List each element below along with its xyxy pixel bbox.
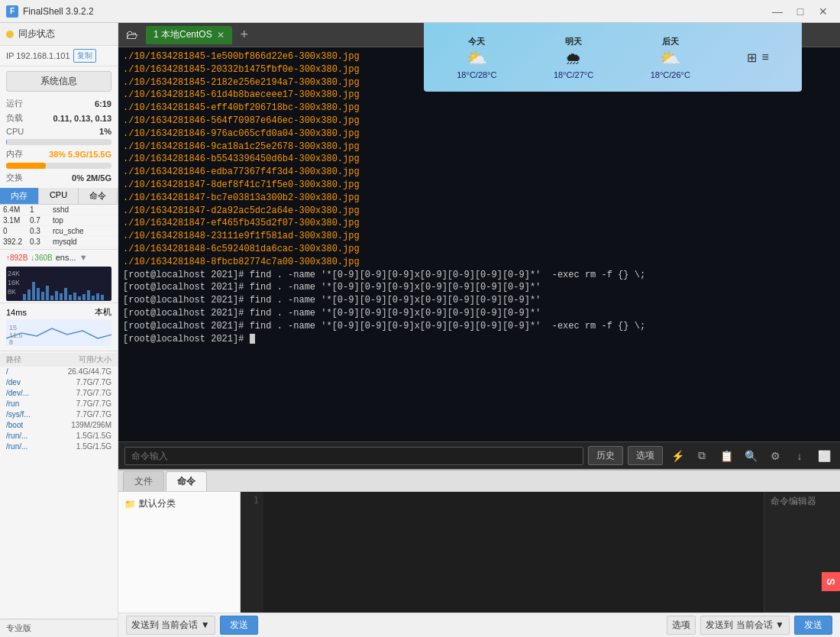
download-icon-button[interactable]: ↓ <box>790 446 809 466</box>
process-tabs: 内存 CPU 命令 <box>0 188 118 205</box>
copy-button[interactable]: 复制 <box>73 49 96 63</box>
disk-col-avail: 可用/大小 <box>79 354 111 365</box>
bolt-icon-button[interactable]: ⚡ <box>667 446 687 466</box>
latency-section: 14ms 本机 15 11.5 8 <box>0 302 118 351</box>
tab-files[interactable]: 文件 <box>123 471 164 491</box>
terminal-line: ./10/1634281846-564f70987e646ec-300x380.… <box>123 115 835 128</box>
ip-text: IP 192.168.1.101 <box>6 51 70 60</box>
editor-content[interactable] <box>263 492 764 613</box>
terminal-line: ./10/1634281847-d2a92ac5dc2a64e-300x380.… <box>123 205 835 218</box>
disk-row: /boot 139M/296M <box>0 420 118 431</box>
disk-avail: 7.7G/7.7G <box>76 389 111 397</box>
tab-cpu[interactable]: CPU <box>39 188 78 204</box>
load-stat: 负载 0.11, 0.13, 0.13 <box>0 111 118 125</box>
command-bar: 历史 选项 ⚡ ⧉ 📋 🔍 ⚙ ↓ ⬜ <box>118 441 840 469</box>
svg-rect-10 <box>55 291 58 300</box>
bottom-content: 📁 默认分类 1 命令编辑器 <box>118 492 840 613</box>
content-area: 🗁 1 本地CentOS ✕ + 今天 ⛅ 18°C/28°C 明天 🌧 18°… <box>118 23 840 637</box>
proc-row: 6.4M 1 sshd <box>0 205 118 215</box>
minimize-button[interactable]: — <box>767 4 788 19</box>
terminal-command-line: [root@localhost 2021]# find . -name '*[0… <box>123 307 835 320</box>
history-button[interactable]: 历史 <box>588 446 623 465</box>
cpu-bar <box>6 139 7 145</box>
tab-add-button[interactable]: + <box>235 26 254 44</box>
traffic-row: ↑892B ↓360B ens... ▼ <box>6 253 111 262</box>
clipboard-icon-button[interactable]: 📋 <box>716 446 736 466</box>
tab-folder-button[interactable]: 🗁 <box>121 26 143 44</box>
terminal-command-line: [root@localhost 2021]# find . -name '*[0… <box>123 294 835 307</box>
grid-icon[interactable]: ⊞ <box>747 50 757 65</box>
latency-right: 本机 <box>95 306 111 318</box>
tab-mem[interactable]: 内存 <box>0 188 39 204</box>
terminal[interactable]: ./10/1634281845-1e500bf866d22e6-300x380.… <box>118 47 840 441</box>
proc-mem: 3.1M <box>3 216 30 225</box>
watermark[interactable]: S <box>822 572 840 591</box>
weather-day-after-label: 后天 <box>651 36 690 47</box>
svg-text:24K: 24K <box>8 270 20 277</box>
command-input[interactable] <box>124 447 583 465</box>
tab-local-centos[interactable]: 1 本地CentOS ✕ <box>146 26 232 44</box>
cpu-value: 1% <box>99 127 111 136</box>
gear-icon-button[interactable]: ⚙ <box>765 446 785 466</box>
terminal-line: ./10/1634281846-b5543396450d6b4-300x380.… <box>123 153 835 166</box>
send-bar-right: 选项 发送到 当前会话 ▼ 发送 <box>667 616 832 635</box>
terminal-line: ./10/1634281846-976ac065cfd0a04-300x380.… <box>123 128 835 141</box>
traffic-dropdown-icon[interactable]: ▼ <box>79 253 88 262</box>
weather-day-after-temp: 18°C/26°C <box>651 70 690 79</box>
disk-avail: 7.7G/7.7G <box>76 399 111 408</box>
terminal-line: ./10/1634281846-9ca18a1c25e2678-300x380.… <box>123 141 835 154</box>
send-to-dropdown-left[interactable]: 发送到 当前会话 ▼ <box>126 616 215 635</box>
disk-path: /dev/... <box>6 389 29 397</box>
send-button-right[interactable]: 发送 <box>794 616 832 635</box>
cpu-label: CPU <box>6 127 24 136</box>
tab-commands[interactable]: 命令 <box>166 471 207 491</box>
tab-cmd[interactable]: 命令 <box>79 188 118 204</box>
svg-rect-13 <box>69 295 72 300</box>
send-to-dropdown-right[interactable]: 发送到 当前会话 ▼ <box>700 616 790 635</box>
maximize-button[interactable]: □ <box>790 4 811 19</box>
send-button-left[interactable]: 发送 <box>220 616 258 635</box>
options-button[interactable]: 选项 <box>628 446 663 465</box>
load-value: 0.11, 0.13, 0.13 <box>53 114 111 123</box>
svg-text:8K: 8K <box>8 288 16 296</box>
titlebar-left: F FinalShell 3.9.2.2 <box>6 5 94 18</box>
proc-cpu: 0.7 <box>30 216 53 225</box>
cmd-tree-item[interactable]: 📁 默认分类 <box>121 495 237 513</box>
options-dropdown[interactable]: 选项 <box>667 616 696 635</box>
mem-bar-container <box>6 163 111 169</box>
traffic-section: ↑892B ↓360B ens... ▼ <box>0 249 118 265</box>
list-icon[interactable]: ≡ <box>761 50 768 64</box>
terminal-command-line: [root@localhost 2021]# find . -name '*[0… <box>123 320 835 333</box>
search-icon-button[interactable]: 🔍 <box>741 446 761 466</box>
disk-path: /run <box>6 399 19 408</box>
disk-row: /run/... 1.5G/1.5G <box>0 441 118 452</box>
disk-avail: 1.5G/1.5G <box>76 432 111 440</box>
bottom-panel: 文件 命令 📁 默认分类 1 命令编辑器 <box>118 469 840 637</box>
process-table: 6.4M 1 sshd 3.1M 0.7 top 0 0.3 rcu_sche … <box>0 205 118 247</box>
svg-rect-4 <box>27 289 31 300</box>
weather-day-after: 后天 ⛅ 18°C/26°C <box>651 36 690 79</box>
maximize-icon-button[interactable]: ⬜ <box>814 446 834 466</box>
command-tree: 📁 默认分类 <box>118 492 241 613</box>
weather-tomorrow-temp: 18°C/27°C <box>554 70 593 79</box>
disk-row: /dev 7.7G/7.7G <box>0 377 118 388</box>
sysinfo-button[interactable]: 系统信息 <box>6 71 111 92</box>
disk-row: /run 7.7G/7.7G <box>0 399 118 409</box>
latency-graph: 15 11.5 8 <box>6 319 111 346</box>
svg-rect-5 <box>32 282 35 300</box>
close-button[interactable]: ✕ <box>813 4 834 19</box>
bottom-tabs: 文件 命令 <box>118 470 840 492</box>
svg-rect-3 <box>23 294 26 300</box>
svg-text:16K: 16K <box>8 279 20 286</box>
mem-label: 内存 <box>6 148 23 160</box>
mem-value: 38% 5.9G/15.5G <box>49 150 111 159</box>
proc-row: 3.1M 0.7 top <box>0 215 118 226</box>
disk-section: 路径 可用/大小 / 26.4G/44.7G /dev 7.7G/7.7G /d… <box>0 351 118 619</box>
svg-text:15: 15 <box>9 324 17 331</box>
cpu-stat: CPU 1% <box>0 125 118 137</box>
copy-icon-button[interactable]: ⧉ <box>692 446 712 466</box>
proc-mem: 392.2 <box>3 238 30 246</box>
disk-path: /dev <box>6 378 21 386</box>
tab-close-icon[interactable]: ✕ <box>217 31 225 40</box>
weather-today-label: 今天 <box>457 36 496 47</box>
